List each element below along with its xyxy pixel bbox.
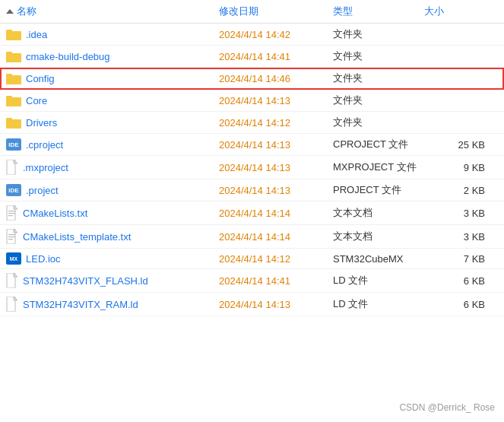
file-name-text: .cproject [26,139,63,151]
svg-marker-16 [14,160,17,163]
file-date: 2024/4/14 14:41 [219,51,333,62]
file-size: 9 KB [424,162,485,173]
file-date: 2024/4/14 14:13 [219,162,333,173]
svg-rect-11 [6,97,21,106]
svg-marker-18 [14,205,17,209]
svg-rect-25 [8,236,15,237]
col-header-size[interactable]: 大小 [424,5,485,18]
file-type: 文件夹 [333,94,424,107]
svg-rect-20 [8,213,15,214]
file-icon [6,297,18,312]
file-list: .idea 2024/4/14 14:42 文件夹 cmake-build-de… [0,24,504,316]
svg-rect-8 [6,75,21,84]
file-date: 2024/4/14 14:14 [219,231,333,243]
table-header: 名称 修改日期 类型 大小 [0,0,504,24]
file-name[interactable]: STM32H743VITX_RAM.ld [6,297,219,312]
watermark: CSDN @Derrick_ Rose [399,402,495,413]
table-row[interactable]: .mxproject 2024/4/14 14:13 MXPROJECT 文件 … [0,156,504,179]
file-name-text: Config [26,73,55,84]
svg-marker-23 [14,229,17,233]
table-row[interactable]: STM32H743VITX_FLASH.ld 2024/4/14 14:41 L… [0,269,504,293]
file-date: 2024/4/14 14:12 [219,117,333,129]
file-name-text: STM32H743VITX_FLASH.ld [23,275,148,287]
svg-rect-14 [6,119,21,129]
table-row[interactable]: IDE .cproject 2024/4/14 14:13 CPROJECT 文… [0,134,504,156]
table-row[interactable]: Core 2024/4/14 14:13 文件夹 [0,90,504,112]
file-size: 7 KB [424,253,485,265]
file-date: 2024/4/14 14:12 [219,253,333,265]
file-name[interactable]: STM32H743VITX_FLASH.ld [6,273,219,288]
file-name[interactable]: IDE .cproject [6,138,219,151]
col-name-label: 名称 [17,5,36,18]
file-date: 2024/4/14 14:13 [219,185,333,196]
table-row[interactable]: Drivers 2024/4/14 14:12 文件夹 [0,112,504,134]
svg-rect-24 [8,234,15,235]
col-header-date[interactable]: 修改日期 [219,5,333,18]
table-row[interactable]: .idea 2024/4/14 14:42 文件夹 [0,24,504,46]
file-name[interactable]: Drivers [6,116,219,129]
table-row[interactable]: CMakeLists.txt 2024/4/14 14:14 文本文档 3 KB [0,201,504,225]
file-size: 6 KB [424,299,485,310]
file-type: MXPROJECT 文件 [333,160,424,174]
folder-icon [6,94,21,106]
file-date: 2024/4/14 14:13 [219,95,333,106]
file-type: LD 文件 [333,274,424,287]
file-manager: 名称 修改日期 类型 大小 .idea 2024/4/14 14:42 文件夹 … [0,0,504,422]
file-name-text: CMakeLists.txt [23,208,87,219]
file-name[interactable]: Core [6,94,219,106]
file-name-text: CMakeLists_template.txt [23,231,131,243]
sort-icon [6,9,14,14]
mx-icon: MX [6,252,21,265]
file-size: 3 KB [424,231,485,243]
file-type: 文件夹 [333,71,424,85]
file-name-text: .mxproject [23,162,68,173]
file-name-text: .project [26,185,59,196]
folder-icon [6,116,21,129]
file-name[interactable]: .mxproject [6,160,219,175]
file-name[interactable]: IDE .project [6,184,219,196]
table-row[interactable]: CMakeLists_template.txt 2024/4/14 14:14 … [0,225,504,249]
file-name[interactable]: cmake-build-debug [6,50,219,62]
col-header-name[interactable]: 名称 [6,5,219,18]
svg-marker-28 [14,273,17,277]
file-name-text: LED.ioc [26,253,61,265]
file-type: 文本文档 [333,230,424,243]
file-type: 文件夹 [333,49,424,63]
folder-icon [6,72,21,84]
file-name-text: cmake-build-debug [26,51,110,62]
file-size: 3 KB [424,208,485,219]
file-type: CPROJECT 文件 [333,138,424,151]
table-row[interactable]: IDE .project 2024/4/14 14:13 PROJECT 文件 … [0,179,504,201]
svg-rect-26 [8,239,13,240]
svg-rect-19 [8,211,15,211]
file-name-text: STM32H743VITX_RAM.ld [23,299,138,310]
svg-rect-2 [6,31,21,40]
file-date: 2024/4/14 14:13 [219,139,333,151]
table-row[interactable]: MX LED.ioc 2024/4/14 14:12 STM32CubeMX 7… [0,249,504,269]
file-name-text: Core [26,95,47,106]
ide-icon: IDE [6,184,21,196]
col-header-type[interactable]: 类型 [333,5,424,18]
file-size: 2 KB [424,185,485,196]
file-date: 2024/4/14 14:41 [219,275,333,287]
file-name[interactable]: .idea [6,28,219,40]
table-row[interactable]: STM32H743VITX_RAM.ld 2024/4/14 14:13 LD … [0,293,504,316]
ide-icon: IDE [6,138,21,151]
file-name[interactable]: CMakeLists.txt [6,205,219,221]
file-date: 2024/4/14 14:42 [219,29,333,40]
file-size: 6 KB [424,275,485,287]
svg-marker-30 [14,297,17,300]
file-name-text: Drivers [26,117,57,129]
file-date: 2024/4/14 14:46 [219,73,333,84]
folder-icon [6,28,21,40]
file-name[interactable]: MX LED.ioc [6,252,219,265]
file-name[interactable]: CMakeLists_template.txt [6,229,219,244]
file-date: 2024/4/14 14:14 [219,208,333,219]
table-row[interactable]: cmake-build-debug 2024/4/14 14:41 文件夹 [0,46,504,68]
svg-rect-5 [6,53,21,62]
file-name[interactable]: Config [6,72,219,84]
file-size: 25 KB [424,139,485,151]
file-icon [6,273,18,288]
file-type: STM32CubeMX [333,253,424,265]
table-row[interactable]: Config 2024/4/14 14:46 文件夹 [0,68,504,90]
